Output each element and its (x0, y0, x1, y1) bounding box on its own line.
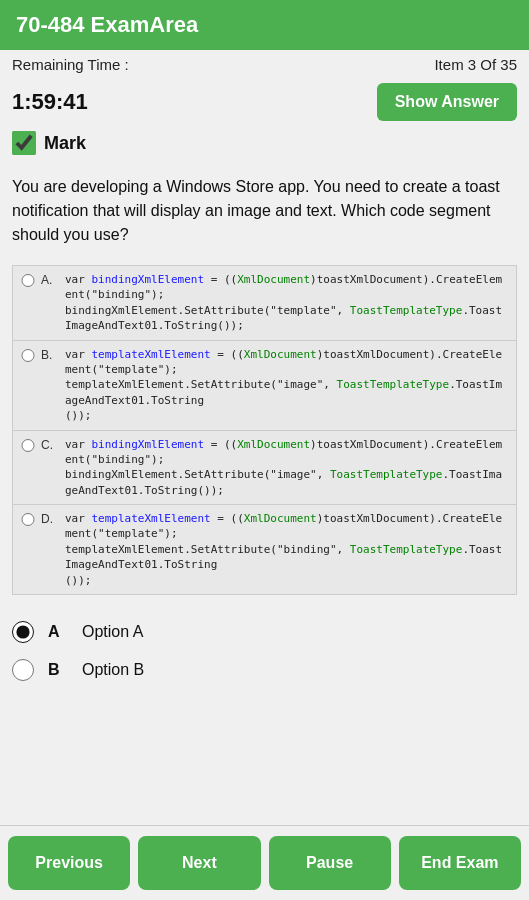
code-option-a: A. var bindingXmlElement = ((XmlDocument… (13, 266, 516, 341)
next-button[interactable]: Next (138, 836, 260, 890)
spacer (0, 693, 529, 825)
code-letter-c: C. (41, 438, 59, 452)
code-content-d: var templateXmlElement = ((XmlDocument)t… (65, 511, 508, 588)
code-radio-b[interactable] (21, 349, 35, 362)
app-title: 70-484 ExamArea (16, 12, 198, 37)
code-option-d: D. var templateXmlElement = ((XmlDocumen… (13, 505, 516, 594)
code-option-c: C. var bindingXmlElement = ((XmlDocument… (13, 431, 516, 506)
code-content-b: var templateXmlElement = ((XmlDocument)t… (65, 347, 508, 424)
answer-radio-b[interactable] (12, 659, 34, 681)
pause-button[interactable]: Pause (269, 836, 391, 890)
bottom-bar: Previous Next Pause End Exam (0, 825, 529, 900)
options-area: A Option A B Option B (0, 603, 529, 693)
option-text-b: Option B (82, 661, 144, 679)
code-letter-b: B. (41, 348, 59, 362)
option-letter-b: B (48, 661, 68, 679)
info-bar: Remaining Time : Item 3 Of 35 (0, 50, 529, 79)
mark-row: Mark (0, 127, 529, 163)
item-label: Item 3 Of 35 (434, 56, 517, 73)
code-area: A. var bindingXmlElement = ((XmlDocument… (12, 265, 517, 595)
option-letter-a: A (48, 623, 68, 641)
timer-row: 1:59:41 Show Answer (0, 79, 529, 127)
remaining-label: Remaining Time : (12, 56, 129, 73)
option-row-a: A Option A (12, 613, 517, 651)
code-option-b: B. var templateXmlElement = ((XmlDocumen… (13, 341, 516, 431)
end-exam-button[interactable]: End Exam (399, 836, 521, 890)
option-text-a: Option A (82, 623, 143, 641)
option-row-b: B Option B (12, 651, 517, 689)
code-content-c: var bindingXmlElement = ((XmlDocument)to… (65, 437, 508, 499)
timer-display: 1:59:41 (12, 89, 88, 115)
code-radio-d[interactable] (21, 513, 35, 526)
mark-checkbox[interactable] (12, 131, 36, 155)
app-header: 70-484 ExamArea (0, 0, 529, 50)
code-letter-a: A. (41, 273, 59, 287)
code-radio-c[interactable] (21, 439, 35, 452)
mark-label: Mark (44, 133, 86, 154)
code-letter-d: D. (41, 512, 59, 526)
answer-radio-a[interactable] (12, 621, 34, 643)
code-radio-a[interactable] (21, 274, 35, 287)
previous-button[interactable]: Previous (8, 836, 130, 890)
show-answer-button[interactable]: Show Answer (377, 83, 517, 121)
question-text: You are developing a Windows Store app. … (0, 163, 529, 257)
code-content-a: var bindingXmlElement = ((XmlDocument)to… (65, 272, 508, 334)
